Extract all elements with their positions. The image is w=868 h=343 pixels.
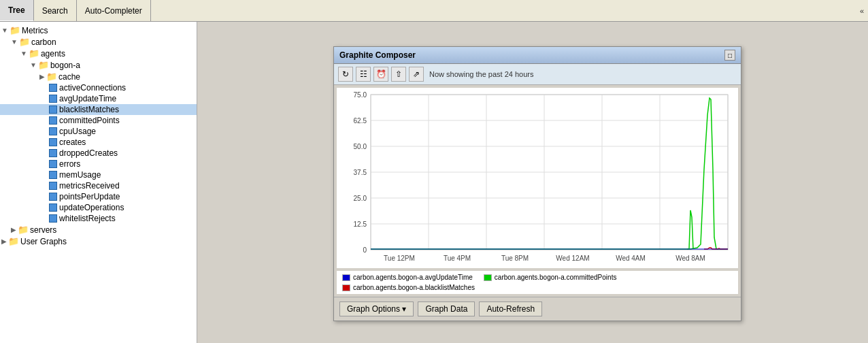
expand-icon: ▶ [1,238,7,245]
expand-icon: ▼ [1,27,8,34]
svg-text:Tue 12PM: Tue 12PM [384,255,415,262]
legend-color-blacklistMatches [342,284,350,291]
refresh-button[interactable]: ↻ [338,67,353,82]
svg-rect-0 [337,88,738,268]
tree-node-metricsReceived[interactable]: metricsReceived [0,180,197,191]
svg-text:75.0: 75.0 [354,91,367,99]
metric-icon [49,127,57,135]
main-layout: ▼ 📁 Metrics ▼ 📁 carbon ▼ 📁 agents ▼ 📁 bo… [0,22,868,343]
metric-icon [49,105,57,114]
chart-svg: 75.0 62.5 50.0 37.5 25.0 12.5 0 Tue 12PM… [337,88,738,268]
folder-icon: 📁 [8,236,19,246]
tree-node-pointsPerUpdate[interactable]: pointsPerUpdate [0,191,197,202]
svg-text:62.5: 62.5 [354,117,367,125]
metric-icon [49,95,57,103]
tree-node-avgUpdateTime[interactable]: avgUpdateTime [0,93,197,104]
metric-icon [49,138,57,146]
expand-icon: ▼ [20,50,27,57]
tree-node-cache[interactable]: ▶ 📁 cache [0,71,197,82]
folder-icon: 📁 [46,71,57,82]
legend-color-avgUpdateTime [342,274,350,281]
tree-node-servers[interactable]: ▶ 📁 servers [0,224,197,235]
expand-icon: ▼ [11,38,18,46]
metric-icon [49,193,57,201]
tree-node-updateOperations[interactable]: updateOperations [0,202,197,213]
calendar-button[interactable]: ☷ [356,67,371,82]
folder-icon: 📁 [19,37,30,47]
folder-icon: 📁 [38,60,49,70]
tabs-bar: Tree Search Auto-Completer « [0,0,868,22]
content-area: Graphite Composer □ ↻ ☷ ⏰ ⇧ ⇗ Now showin… [197,22,868,343]
metric-icon [49,160,57,168]
tree-node-memUsage[interactable]: memUsage [0,169,197,180]
svg-text:50.0: 50.0 [354,143,367,150]
svg-text:Tue 8PM: Tue 8PM [501,255,529,262]
tree-node-errors[interactable]: errors [0,159,197,169]
svg-text:Tue 4PM: Tue 4PM [444,255,471,262]
svg-text:0: 0 [363,246,367,254]
composer-title: Graphite Composer [339,50,416,60]
tab-auto-completer[interactable]: Auto-Completer [77,0,151,21]
legend-item-blacklistMatches: carbon.agents.bogon-a.blacklistMatches [342,284,475,291]
legend-item-avgUpdateTime: carbon.agents.bogon-a.avgUpdateTime [342,274,473,281]
folder-icon: 📁 [10,25,20,35]
tree-node-whitelistRejects[interactable]: whitelistRejects [0,213,197,224]
composer-toolbar: ↻ ☷ ⏰ ⇧ ⇗ Now showing the past 24 hours [334,64,741,85]
folder-icon: 📁 [18,225,29,235]
graph-data-button[interactable]: Graph Data [418,301,475,316]
metric-icon [49,182,57,190]
svg-text:Wed 12AM: Wed 12AM [556,255,589,262]
tree-node-activeConnections[interactable]: activeConnections [0,82,197,93]
tree-node-user-graphs[interactable]: ▶ 📁 User Graphs [0,235,197,247]
upload-button[interactable]: ⇧ [391,67,406,82]
tree-node-bogon-a[interactable]: ▼ 📁 bogon-a [0,59,197,71]
tree-node-agents[interactable]: ▼ 📁 agents [0,48,197,59]
tree-node-cpuUsage[interactable]: cpuUsage [0,126,197,137]
metric-icon [49,171,57,179]
legend-item-committedPoints: carbon.agents.bogon-a.committedPoints [484,274,617,281]
tree-node-creates[interactable]: creates [0,137,197,148]
svg-text:Wed 8AM: Wed 8AM [675,255,705,262]
svg-text:12.5: 12.5 [354,220,367,228]
composer-titlebar: Graphite Composer □ [334,47,741,64]
chart-container: 75.0 62.5 50.0 37.5 25.0 12.5 0 Tue 12PM… [337,88,738,268]
legend-color-committedPoints [484,274,492,281]
metric-icon [49,116,57,125]
composer-status: Now showing the past 24 hours [429,70,533,78]
graph-options-button[interactable]: Graph Options ▾ [339,301,414,316]
expand-icon: ▶ [11,226,16,233]
metric-icon [49,203,57,212]
auto-refresh-button[interactable]: Auto-Refresh [479,301,542,316]
tree-node-droppedCreates[interactable]: droppedCreates [0,148,197,159]
expand-icon: ▼ [30,61,37,69]
svg-text:Wed 4AM: Wed 4AM [616,255,646,262]
svg-text:37.5: 37.5 [354,169,367,176]
folder-icon: 📁 [29,48,39,59]
tree-node-blacklistMatches[interactable]: blacklistMatches [0,104,197,115]
expand-icon: ▶ [39,73,45,80]
chart-legend: carbon.agents.bogon-a.avgUpdateTime carb… [337,271,738,294]
sidebar-tree: ▼ 📁 Metrics ▼ 📁 carbon ▼ 📁 agents ▼ 📁 bo… [0,22,197,343]
tree-node-committedPoints[interactable]: committedPoints [0,115,197,126]
metric-icon [49,214,57,223]
tab-search[interactable]: Search [34,0,77,21]
collapse-sidebar-button[interactable]: « [856,0,868,21]
tab-tree[interactable]: Tree [0,0,34,21]
svg-text:25.0: 25.0 [354,195,367,202]
metric-icon [49,84,57,92]
clock-button[interactable]: ⏰ [373,67,388,82]
share-button[interactable]: ⇗ [409,67,424,82]
tree-node-carbon[interactable]: ▼ 📁 carbon [0,36,197,48]
tree-node-metrics[interactable]: ▼ 📁 Metrics [0,24,197,36]
composer-window: Graphite Composer □ ↻ ☷ ⏰ ⇧ ⇗ Now showin… [333,46,741,321]
metric-icon [49,149,57,157]
composer-bottom-toolbar: Graph Options ▾ Graph Data Auto-Refresh [334,297,741,321]
window-maximize-button[interactable]: □ [724,50,735,61]
